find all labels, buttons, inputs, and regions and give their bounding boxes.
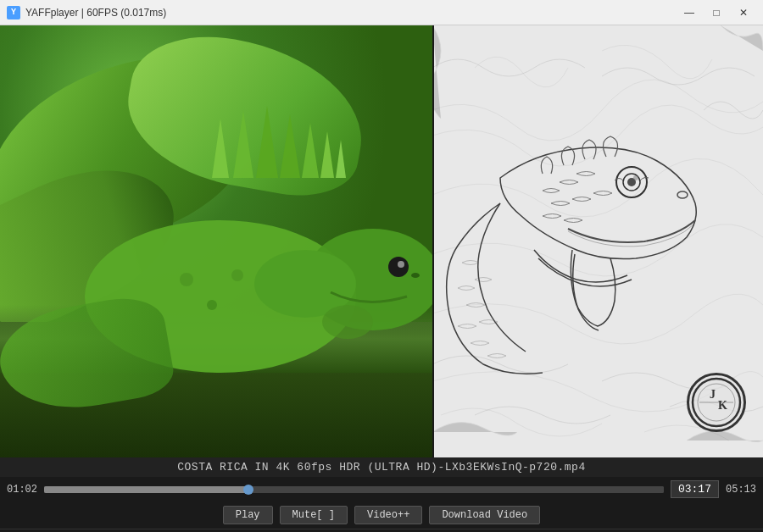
close-button[interactable]: ✕ — [731, 4, 756, 21]
time-display: 03:17 — [671, 480, 719, 498]
video-left-color — [0, 25, 432, 457]
svg-point-10 — [388, 257, 409, 277]
titlebar: Y YAFFplayer | 60FPS (0.017ms) — □ ✕ — [0, 0, 763, 25]
svg-marker-0 — [212, 119, 229, 178]
minimize-button[interactable]: — — [677, 4, 702, 21]
svg-point-13 — [207, 300, 217, 310]
svg-point-14 — [231, 269, 243, 281]
time-total: 05:13 — [726, 484, 756, 496]
video-right-sketch: J K — [432, 25, 763, 457]
lizard-spines — [195, 102, 348, 169]
progress-bar-played — [44, 486, 248, 493]
video-plus-button[interactable]: Video++ — [354, 506, 422, 524]
svg-marker-5 — [320, 131, 334, 178]
video-divider — [432, 25, 434, 457]
video-container: J K — [0, 25, 763, 457]
svg-marker-3 — [280, 114, 300, 178]
svg-point-11 — [398, 261, 404, 268]
svg-marker-1 — [233, 110, 253, 178]
svg-point-16 — [322, 305, 373, 339]
svg-marker-6 — [336, 140, 346, 178]
app-icon: Y — [7, 6, 20, 19]
svg-text:J: J — [710, 388, 716, 401]
maximize-button[interactable]: □ — [704, 4, 729, 21]
titlebar-left: Y YAFFplayer | 60FPS (0.017ms) — [7, 6, 166, 19]
svg-text:K: K — [718, 399, 727, 412]
svg-point-21 — [633, 175, 638, 180]
progress-bar[interactable] — [44, 486, 664, 493]
progress-thumb[interactable] — [243, 485, 253, 495]
buttons-row: Play Mute[ ] Video++ Download Video — [0, 502, 763, 529]
controls-area: COSTA RICA IN 4K 60fps HDR (ULTRA HD)-LX… — [0, 457, 763, 532]
time-current: 01:02 — [7, 484, 37, 496]
titlebar-controls: — □ ✕ — [677, 4, 756, 21]
svg-marker-2 — [256, 106, 278, 178]
title-text: YAFFplayer | 60FPS (0.017ms) — [25, 7, 166, 19]
play-button[interactable]: Play — [223, 506, 273, 524]
progress-row: 01:02 03:17 05:13 — [0, 477, 763, 502]
filename-text: COSTA RICA IN 4K 60fps HDR (ULTRA HD)-LX… — [177, 461, 585, 474]
status-bar: YAFFplayer 0.3.0.0 (Yet Another FFmpeg V… — [0, 529, 763, 532]
download-button[interactable]: Download Video — [429, 506, 540, 524]
mute-button[interactable]: Mute[ ] — [280, 506, 348, 524]
svg-point-15 — [411, 273, 420, 278]
watermark: J K — [687, 373, 746, 432]
svg-point-12 — [180, 273, 193, 286]
svg-marker-4 — [302, 123, 319, 178]
filename-bar: COSTA RICA IN 4K 60fps HDR (ULTRA HD)-LX… — [0, 457, 763, 477]
